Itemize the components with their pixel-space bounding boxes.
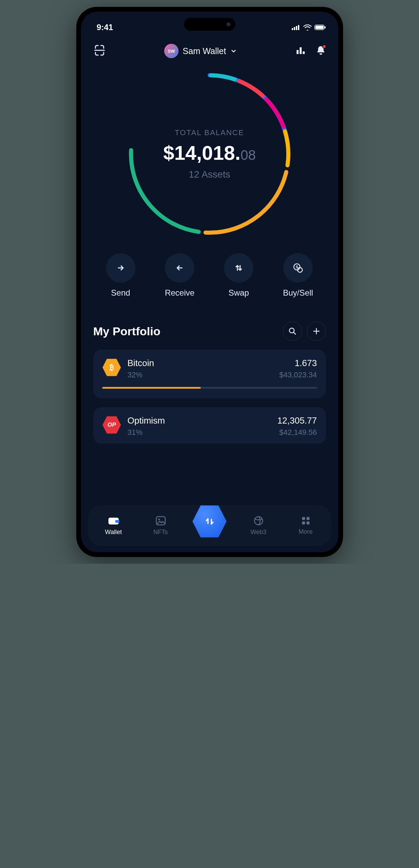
wallet-icon — [108, 516, 119, 526]
portfolio-title: My Portfolio — [93, 325, 160, 338]
cellular-icon — [292, 25, 301, 30]
arrow-left-icon — [174, 263, 185, 273]
stats-button[interactable] — [296, 45, 306, 57]
asset-value: $43,023.34 — [279, 371, 317, 379]
receive-action[interactable]: Receive — [165, 253, 195, 298]
action-row: Send Receive Swap $ Buy/Sell — [81, 239, 338, 298]
asset-amount: 1.673 — [279, 358, 317, 368]
header-right — [296, 45, 326, 57]
nav-more-label: More — [299, 528, 313, 535]
buysell-action[interactable]: $ Buy/Sell — [283, 253, 313, 298]
buysell-icon-circle: $ — [283, 253, 313, 283]
nav-nfts[interactable]: NFTs — [144, 516, 178, 536]
wallet-name: Sam Wallet — [183, 46, 226, 56]
swap-action[interactable]: Swap — [224, 253, 253, 298]
notification-dot — [322, 44, 326, 49]
search-icon — [288, 327, 297, 335]
grid-icon — [301, 516, 311, 526]
status-indicators — [292, 24, 326, 30]
svg-point-17 — [158, 518, 160, 520]
receive-label: Receive — [165, 288, 195, 298]
scan-button[interactable] — [93, 44, 106, 58]
svg-rect-3 — [298, 25, 299, 30]
arrow-right-icon — [116, 263, 126, 273]
asset-pct: 32% — [128, 371, 273, 379]
receive-icon-circle — [165, 253, 194, 283]
wifi-icon — [303, 24, 312, 30]
chevron-down-icon — [230, 48, 237, 54]
svg-rect-19 — [302, 517, 305, 520]
swap-icon-circle — [224, 253, 253, 283]
add-button[interactable] — [307, 322, 326, 341]
svg-rect-1 — [294, 27, 295, 30]
svg-rect-20 — [306, 517, 310, 520]
bottom-nav: Wallet NFTs Web3 More — [88, 505, 331, 546]
screen: 9:41 SW Sam Wallet — [81, 12, 338, 552]
send-action[interactable]: Send — [106, 253, 135, 298]
swap-hex-icon — [192, 504, 227, 539]
status-time: 9:41 — [97, 23, 113, 32]
svg-point-18 — [254, 517, 263, 525]
svg-rect-22 — [306, 521, 310, 524]
nav-wallet-label: Wallet — [105, 529, 122, 536]
nav-nfts-label: NFTs — [154, 529, 168, 536]
asset-card-optimism[interactable]: OP Optimism 31% 12,305.77 $42,149.56 — [93, 407, 326, 444]
nav-center-button[interactable] — [191, 503, 228, 540]
bitcoin-icon: ₿ — [102, 358, 121, 377]
globe-icon — [253, 516, 264, 526]
wallet-avatar: SW — [164, 44, 179, 58]
asset-pct: 31% — [128, 428, 271, 437]
phone-frame: 9:41 SW Sam Wallet — [76, 7, 343, 557]
asset-bar-fill — [102, 387, 201, 389]
optimism-icon: OP — [102, 415, 121, 435]
asset-value: $42,149.56 — [277, 428, 317, 437]
portfolio-header: My Portfolio — [93, 322, 326, 341]
optimism-icon-glyph: OP — [107, 422, 116, 428]
svg-rect-15 — [115, 520, 119, 523]
nav-web3[interactable]: Web3 — [241, 516, 276, 536]
asset-name: Bitcoin — [128, 358, 273, 368]
battery-icon — [314, 25, 326, 30]
asset-name: Optimism — [128, 415, 271, 426]
svg-text:$: $ — [296, 265, 298, 269]
image-icon — [155, 516, 166, 526]
svg-rect-9 — [303, 51, 305, 54]
app-header: SW Sam Wallet — [81, 36, 338, 58]
svg-rect-5 — [315, 26, 324, 29]
svg-rect-21 — [302, 521, 305, 524]
coins-icon: $ — [292, 262, 303, 273]
search-button[interactable] — [283, 322, 302, 341]
bar-chart-icon — [296, 45, 306, 55]
nav-wallet[interactable]: Wallet — [96, 516, 131, 536]
portfolio-actions — [283, 322, 326, 341]
svg-rect-6 — [325, 26, 326, 28]
swap-label: Swap — [228, 288, 249, 298]
balance-donut: TOTAL BALANCE $14,018.08 12 Assets — [124, 68, 295, 239]
asset-card-bitcoin[interactable]: ₿ Bitcoin 32% 1.673 $43,023.34 — [93, 350, 326, 398]
plus-icon — [312, 327, 320, 335]
notifications-button[interactable] — [316, 45, 326, 57]
nav-more[interactable]: More — [289, 516, 323, 535]
donut-chart — [124, 68, 295, 239]
buysell-label: Buy/Sell — [283, 288, 313, 298]
wallet-selector[interactable]: SW Sam Wallet — [164, 44, 237, 58]
send-icon-circle — [106, 253, 135, 283]
svg-rect-0 — [292, 28, 293, 30]
svg-rect-8 — [300, 47, 302, 54]
send-label: Send — [111, 288, 130, 298]
svg-rect-2 — [296, 26, 297, 30]
nav-web3-label: Web3 — [250, 529, 266, 536]
svg-rect-7 — [297, 50, 299, 54]
portfolio-section: My Portfolio ₿ Bitcoin — [81, 298, 338, 444]
bitcoin-icon-glyph: ₿ — [110, 363, 114, 372]
swap-icon — [234, 263, 244, 273]
asset-amount: 12,305.77 — [277, 415, 317, 426]
asset-bar-track — [102, 387, 317, 389]
dynamic-island — [184, 18, 235, 31]
